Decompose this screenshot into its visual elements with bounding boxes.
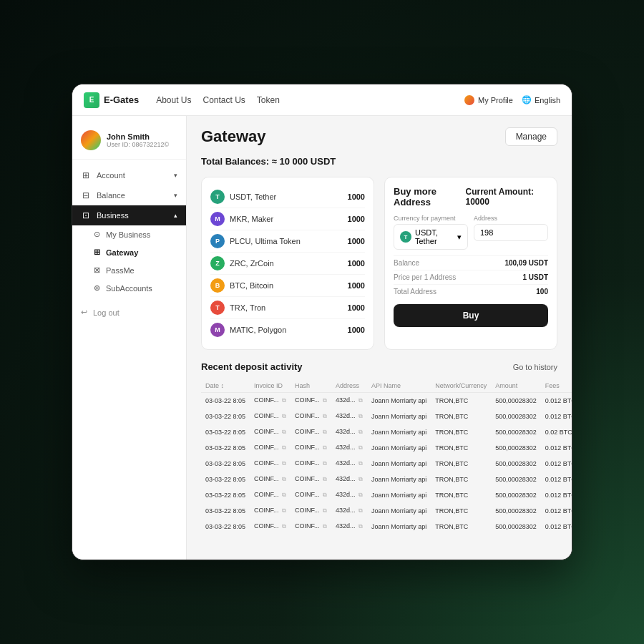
matic-icon: M [210,323,225,337]
balance-row-usdt: T USDT, Tether 1000 [210,186,365,208]
col-network: Network/Currency [431,379,491,393]
copy-icon[interactable]: ⧉ [358,444,363,451]
go-history-link[interactable]: Go to history [513,363,557,371]
copy-icon[interactable]: ⧉ [358,397,363,404]
trx-name: TRX, Tron [230,303,265,312]
copy-icon[interactable]: ⧉ [358,507,363,514]
nav-links: About Us Contact Us Token [156,95,453,105]
cell-hash: COINF... ⧉ [291,519,331,535]
cell-amount: 500,00028302 [491,409,541,424]
cell-hash: COINF... ⧉ [291,503,331,519]
cell-address: 432d... ⧉ [331,487,367,503]
copy-icon[interactable]: ⧉ [282,460,286,467]
cell-date: 03-03-22 8:05 [201,424,250,440]
business-submenu: ⊙ My Business ⊞ Gateway ⊠ PassMe ⊕ SubAc… [72,225,186,297]
copy-icon[interactable]: ⧉ [282,444,286,451]
copy-icon[interactable]: ⧉ [358,492,363,498]
cell-address: 432d... ⧉ [331,503,367,519]
language-button[interactable]: 🌐 English [522,95,560,104]
sidebar-item-subaccounts[interactable]: ⊕ SubAccounts [94,279,186,297]
matic-name: MATIC, Polygon [230,326,286,334]
nav-about[interactable]: About Us [156,95,191,105]
copy-icon[interactable]: ⧉ [282,397,286,404]
copy-icon[interactable]: ⧉ [323,413,327,419]
business-icon: ⊡ [81,210,91,220]
cell-api: Joann Morriarty api [367,456,431,472]
copy-icon[interactable]: ⧉ [358,429,363,435]
manage-button[interactable]: Manage [505,127,557,146]
cell-fees: 0.012 BTC [541,487,572,503]
sidebar-item-gateway[interactable]: ⊞ Gateway [94,243,186,261]
balance-label: Balance [394,259,419,267]
copy-icon[interactable]: ⧉ [358,413,363,419]
cell-address: 432d... ⧉ [331,424,367,440]
cell-amount: 500,00028302 [491,424,541,440]
sidebar-item-account[interactable]: ⊞ Account ▾ [72,165,186,185]
cell-api: Joann Morriarty api [367,424,431,440]
buy-card: Buy more Address Current Amount: 10000 C… [384,177,557,350]
app-window: E E-Gates About Us Contact Us Token My P… [72,84,572,560]
copy-icon[interactable]: ⧉ [323,444,327,451]
sidebar-item-passme[interactable]: ⊠ PassMe [94,261,186,279]
top-navigation: E E-Gates About Us Contact Us Token My P… [72,84,572,116]
copy-icon[interactable]: ⧉ [323,492,327,498]
cell-fees: 0.012 BTC [541,393,572,409]
cell-fees: 0.012 BTC [541,440,572,456]
sidebar-item-mybusiness[interactable]: ⊙ My Business [94,225,186,243]
copy-icon[interactable]: ⧉ [323,429,327,435]
table-body: 03-03-22 8:05 COINF... ⧉ COINF... ⧉ 432d… [201,393,572,535]
cell-fees: 0.012 BTC [541,519,572,535]
page-header: Gateway Manage [201,127,557,146]
mybusiness-label: My Business [106,230,150,239]
address-group: Address [474,215,548,250]
price-row: Price per 1 Address 1 USDT [394,270,548,284]
zrc-icon: Z [210,256,225,270]
cell-invoice: COINF... ⧉ [250,409,291,424]
dropdown-chevron: ▾ [457,233,462,242]
cell-invoice: COINF... ⧉ [250,519,291,535]
cell-hash: COINF... ⧉ [291,456,331,472]
sidebar-item-balance[interactable]: ⊟ Balance ▾ [72,185,186,205]
cell-api: Joann Morriarty api [367,519,431,535]
cell-network: TRON,BTC [431,424,491,440]
copy-icon[interactable]: ⧉ [323,507,327,514]
cell-api: Joann Morriarty api [367,440,431,456]
balances-card: T USDT, Tether 1000 M MKR, Maker 1000 [201,177,374,350]
copy-icon[interactable]: ⧉ [323,460,327,467]
col-api: API Name [367,379,431,393]
cell-fees: 0.02 BTC [541,424,572,440]
copy-icon[interactable]: ⧉ [282,476,286,482]
cell-hash: COINF... ⧉ [291,440,331,456]
sidebar-item-business[interactable]: ⊡ Business ▴ [72,205,186,225]
copy-icon[interactable]: ⧉ [323,523,327,530]
copy-icon[interactable]: ⧉ [323,476,327,482]
copy-icon[interactable]: ⧉ [358,460,363,467]
copy-icon[interactable]: ⧉ [282,523,286,530]
plcu-amount: 1000 [348,237,365,245]
balance-row-mkr: M MKR, Maker 1000 [210,208,365,230]
copy-icon[interactable]: ⧉ [282,413,286,419]
profile-label: My Profile [478,96,513,104]
buy-button[interactable]: Buy [394,304,548,327]
nav-contact[interactable]: Contact Us [203,95,245,105]
cell-address: 432d... ⧉ [331,456,367,472]
copy-icon[interactable]: ⧉ [358,523,363,530]
copy-icon[interactable]: ⧉ [358,476,363,482]
currency-select[interactable]: T USDT, Tether ▾ [394,224,468,250]
copy-icon[interactable]: ⧉ [282,507,286,514]
total-value: 100 [536,288,548,296]
copy-icon[interactable]: ⧉ [323,397,327,404]
nav-token[interactable]: Token [257,95,280,105]
user-text: John Smith User ID: 086732212© [107,132,169,148]
col-amount: Amount [491,379,541,393]
currency-label: Currency for payment [394,215,468,222]
address-input[interactable] [474,224,548,241]
copy-icon[interactable]: ⧉ [282,429,286,435]
business-label: Business [97,211,129,220]
passme-icon: ⊠ [94,265,100,275]
profile-button[interactable]: My Profile [464,95,513,105]
logout-button[interactable]: ↩ Log out [72,303,186,322]
subaccounts-label: SubAccounts [106,284,152,293]
copy-icon[interactable]: ⧉ [282,492,286,498]
cell-invoice: COINF... ⧉ [250,456,291,472]
